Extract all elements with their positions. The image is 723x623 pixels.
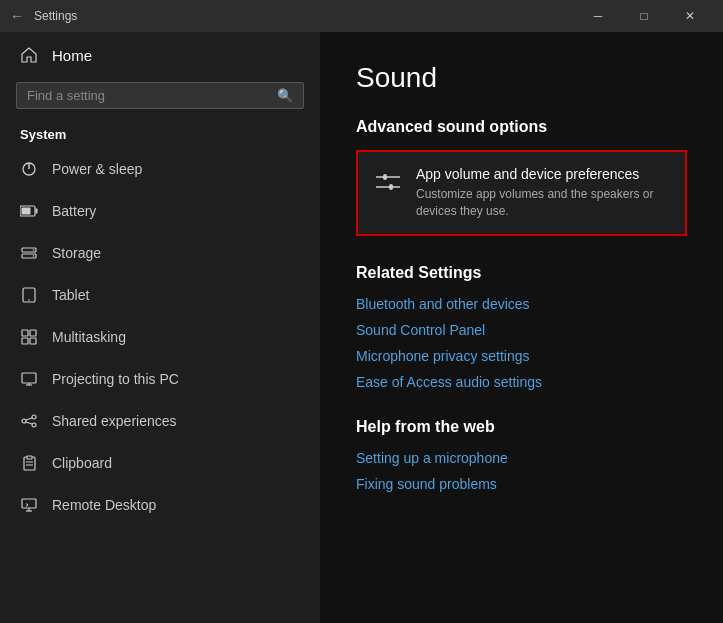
sidebar-item-shared-experiences[interactable]: Shared experiences <box>0 400 320 442</box>
remote-icon <box>20 496 38 514</box>
svg-line-22 <box>26 422 32 424</box>
card-title: App volume and device preferences <box>416 166 669 182</box>
svg-rect-13 <box>22 338 28 344</box>
app-volume-card[interactable]: App volume and device preferences Custom… <box>356 150 687 236</box>
main-layout: Home 🔍 System Power & sleep <box>0 32 723 623</box>
battery-icon <box>20 202 38 220</box>
advanced-section: Advanced sound options App volume and de… <box>356 118 687 236</box>
tablet-icon <box>20 286 38 304</box>
help-section: Help from the web Setting up a microphon… <box>356 418 687 492</box>
title-bar: ← Settings ─ □ ✕ <box>0 0 723 32</box>
sidebar-label-power-sleep: Power & sleep <box>52 161 142 177</box>
restore-button[interactable]: □ <box>621 0 667 32</box>
sidebar-home-label: Home <box>52 47 92 64</box>
power-icon <box>20 160 38 178</box>
sidebar-label-projecting: Projecting to this PC <box>52 371 179 387</box>
close-button[interactable]: ✕ <box>667 0 713 32</box>
content-area: Sound Advanced sound options App volume … <box>320 32 723 623</box>
related-settings-section: Related Settings Bluetooth and other dev… <box>356 264 687 390</box>
svg-rect-14 <box>30 338 36 344</box>
sidebar-label-multitasking: Multitasking <box>52 329 126 345</box>
setup-mic-link[interactable]: Setting up a microphone <box>356 450 687 466</box>
sidebar-item-remote-desktop[interactable]: Remote Desktop <box>0 484 320 526</box>
page-title: Sound <box>356 62 687 94</box>
sidebar-item-storage[interactable]: Storage <box>0 232 320 274</box>
bluetooth-link[interactable]: Bluetooth and other devices <box>356 296 687 312</box>
sidebar-label-battery: Battery <box>52 203 96 219</box>
title-bar-title: Settings <box>34 9 575 23</box>
sidebar-label-tablet: Tablet <box>52 287 89 303</box>
card-text: App volume and device preferences Custom… <box>416 166 669 220</box>
sidebar-section-label: System <box>0 119 320 148</box>
back-button[interactable]: ← <box>10 8 24 24</box>
clipboard-icon <box>20 454 38 472</box>
svg-point-18 <box>22 419 26 423</box>
mixer-icon <box>374 168 402 196</box>
svg-rect-24 <box>27 456 32 459</box>
storage-icon <box>20 244 38 262</box>
sidebar-item-multitasking[interactable]: Multitasking <box>0 316 320 358</box>
sidebar-label-storage: Storage <box>52 245 101 261</box>
svg-rect-15 <box>22 373 36 383</box>
sidebar-item-power-sleep[interactable]: Power & sleep <box>0 148 320 190</box>
svg-point-20 <box>32 423 36 427</box>
svg-rect-27 <box>22 499 36 508</box>
search-icon: 🔍 <box>277 88 293 103</box>
advanced-section-title: Advanced sound options <box>356 118 687 136</box>
related-section-title: Related Settings <box>356 264 687 282</box>
svg-point-19 <box>32 415 36 419</box>
sound-control-link[interactable]: Sound Control Panel <box>356 322 687 338</box>
search-box[interactable]: 🔍 <box>16 82 304 109</box>
svg-rect-11 <box>22 330 28 336</box>
home-icon <box>20 46 38 64</box>
card-description: Customize app volumes and the speakers o… <box>416 186 669 220</box>
sidebar-item-tablet[interactable]: Tablet <box>0 274 320 316</box>
minimize-button[interactable]: ─ <box>575 0 621 32</box>
svg-rect-3 <box>36 209 38 214</box>
svg-point-7 <box>33 249 35 251</box>
svg-rect-12 <box>30 330 36 336</box>
microphone-link[interactable]: Microphone privacy settings <box>356 348 687 364</box>
svg-point-10 <box>28 299 30 301</box>
sidebar-item-battery[interactable]: Battery <box>0 190 320 232</box>
help-section-title: Help from the web <box>356 418 687 436</box>
sidebar-label-remote-desktop: Remote Desktop <box>52 497 156 513</box>
projecting-icon <box>20 370 38 388</box>
window-controls: ─ □ ✕ <box>575 0 713 32</box>
sidebar: Home 🔍 System Power & sleep <box>0 32 320 623</box>
svg-line-21 <box>26 418 32 420</box>
sidebar-item-clipboard[interactable]: Clipboard <box>0 442 320 484</box>
sidebar-label-clipboard: Clipboard <box>52 455 112 471</box>
ease-access-link[interactable]: Ease of Access audio settings <box>356 374 687 390</box>
shared-icon <box>20 412 38 430</box>
svg-rect-33 <box>389 184 393 190</box>
search-input[interactable] <box>27 88 277 103</box>
svg-rect-32 <box>383 174 387 180</box>
fix-sound-link[interactable]: Fixing sound problems <box>356 476 687 492</box>
sidebar-label-shared-experiences: Shared experiences <box>52 413 177 429</box>
sidebar-item-home[interactable]: Home <box>0 32 320 78</box>
multitasking-icon <box>20 328 38 346</box>
svg-rect-4 <box>22 208 31 215</box>
svg-point-8 <box>33 255 35 257</box>
sidebar-item-projecting[interactable]: Projecting to this PC <box>0 358 320 400</box>
